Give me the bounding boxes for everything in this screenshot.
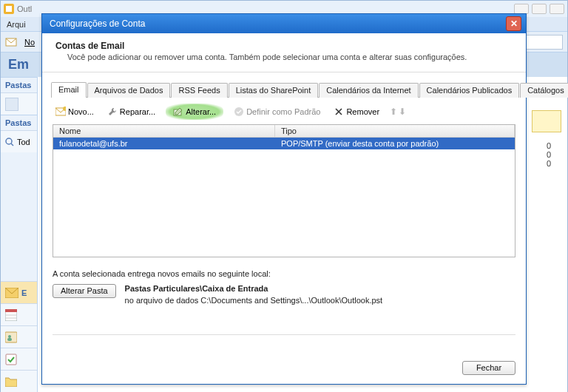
calendar-icon	[5, 309, 17, 321]
change-label: Alterar...	[186, 107, 216, 116]
tab-calendarios-internet[interactable]: Calendários da Internet	[319, 83, 418, 98]
move-arrows: ⬆ ⬇	[390, 107, 406, 117]
delete-icon	[334, 107, 344, 117]
header-title: Contas de Email	[55, 41, 513, 51]
minimize-button[interactable]	[514, 4, 529, 14]
nav-tasks-section[interactable]	[1, 348, 37, 370]
bg-yellow-box	[532, 110, 561, 132]
dialog-header: Contas de Email Você pode adicionar ou r…	[42, 33, 526, 72]
contacts-icon	[5, 331, 17, 343]
remove-account-button[interactable]: Remover	[331, 105, 382, 118]
nav-item[interactable]	[1, 92, 37, 115]
app-icon	[4, 4, 14, 14]
nav-tod-label: Tod	[17, 138, 30, 146]
tab-catalogos[interactable]: Catálogos	[520, 83, 568, 98]
main-title-text: Outl	[17, 4, 32, 13]
change-folder-button[interactable]: Alterar Pasta	[53, 284, 116, 298]
accounts-toolbar: Novo... Reparar... Alterar... Definir co…	[42, 98, 526, 124]
header-description: Você pode adicionar ou remover uma conta…	[67, 53, 513, 61]
nav-pastas-2[interactable]: Pastas	[1, 115, 37, 130]
repair-label: Reparar...	[120, 107, 155, 116]
svg-point-3	[6, 138, 12, 144]
menu-novo[interactable]: No	[24, 38, 35, 47]
svg-rect-12	[7, 338, 12, 341]
close-icon: ✕	[510, 19, 518, 28]
dialog-title-bar: Configurações de Conta ✕	[42, 14, 526, 33]
svg-rect-13	[6, 354, 16, 365]
nav-contacts-section[interactable]	[1, 325, 37, 348]
delivery-file: no arquivo de dados C:\Documents and Set…	[125, 296, 383, 305]
tab-strip: Email Arquivos de Dados RSS Feeds Listas…	[51, 81, 517, 98]
delivery-intro: A conta selecionada entrega novos emails…	[53, 269, 515, 278]
tab-sharepoint[interactable]: Listas do SharePoint	[229, 83, 319, 98]
new-account-button[interactable]: Novo...	[53, 105, 97, 118]
set-default-button[interactable]: Definir como Padrão	[231, 105, 323, 118]
close-button[interactable]: Fechar	[462, 361, 515, 375]
mail-icon	[5, 288, 18, 298]
svg-rect-7	[5, 309, 17, 312]
tasks-icon	[5, 354, 17, 365]
nav-more-section[interactable]	[1, 370, 37, 392]
edit-icon	[173, 107, 183, 117]
col-header-type[interactable]: Tipo	[275, 125, 515, 137]
mail-new-icon	[55, 107, 66, 117]
bg-zero-1: 0	[547, 141, 551, 150]
remove-label: Remover	[346, 107, 379, 116]
nav-pane: Pastas Pastas Tod E	[1, 77, 38, 392]
nav-email-section[interactable]: E	[1, 281, 37, 303]
dialog-footer: Fechar	[42, 354, 526, 384]
check-circle-icon	[234, 107, 244, 117]
nav-email-label: E	[21, 288, 27, 297]
tab-email[interactable]: Email	[51, 82, 87, 98]
svg-point-11	[8, 335, 11, 338]
arrow-up-icon[interactable]: ⬆	[390, 107, 397, 117]
menu-arquivo[interactable]: Arqui	[7, 20, 26, 29]
new-label: Novo...	[68, 107, 94, 116]
accounts-list: Nome Tipo fulanodetal@ufs.br POP/SMTP (e…	[53, 124, 515, 257]
account-settings-dialog: Configurações de Conta ✕ Contas de Email…	[41, 13, 527, 385]
change-account-button[interactable]: Alterar...	[166, 104, 223, 120]
arrow-down-icon[interactable]: ⬇	[399, 107, 406, 117]
nav-pastas-1[interactable]: Pastas	[1, 77, 37, 92]
dialog-close-button[interactable]: ✕	[506, 16, 521, 31]
account-row[interactable]: fulanodetal@ufs.br POP/SMTP (enviar dest…	[53, 138, 515, 149]
bg-zero-2: 0	[547, 150, 551, 159]
bg-zero-3: 0	[547, 159, 551, 168]
folder-icon	[5, 376, 17, 387]
tab-calendarios-publicados[interactable]: Calendários Publicados	[419, 83, 520, 98]
repair-account-button[interactable]: Reparar...	[104, 105, 158, 118]
toolbar-new-icon[interactable]	[5, 36, 20, 49]
row-name: fulanodetal@ufs.br	[53, 138, 275, 149]
maximize-button[interactable]	[532, 4, 547, 14]
dialog-title-text: Configurações de Conta	[50, 18, 145, 29]
row-type: POP/SMTP (enviar desta conta por padrão)	[275, 138, 515, 149]
col-header-name[interactable]: Nome	[53, 125, 275, 137]
tab-rss-feeds[interactable]: RSS Feeds	[171, 83, 227, 98]
svg-rect-1	[6, 6, 12, 12]
default-label: Definir como Padrão	[246, 107, 320, 116]
nav-tod[interactable]: Tod	[1, 130, 37, 152]
close-main-button[interactable]	[550, 4, 564, 14]
svg-rect-10	[5, 332, 17, 342]
nav-calendar-section[interactable]	[1, 303, 37, 325]
delivery-location: Pastas Particulares\Caixa de Entrada	[125, 284, 268, 293]
list-header: Nome Tipo	[53, 125, 515, 138]
tab-arquivos-dados[interactable]: Arquivos de Dados	[87, 83, 171, 98]
svg-line-4	[11, 143, 13, 146]
search-icon	[5, 138, 14, 146]
delivery-section: A conta selecionada entrega novos emails…	[42, 257, 526, 338]
wrench-icon	[107, 107, 118, 117]
